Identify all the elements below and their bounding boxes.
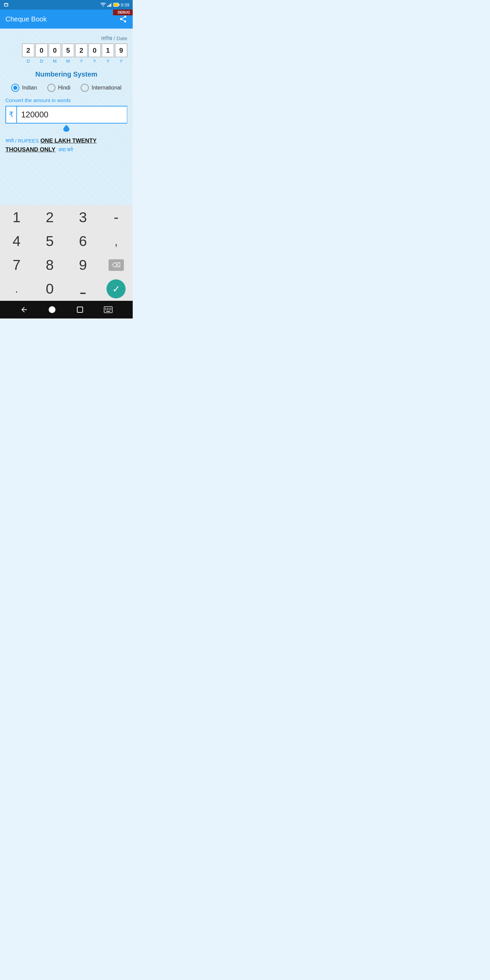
svg-point-15 bbox=[49, 306, 56, 313]
app-bar: Cheque Book DEBUG bbox=[0, 10, 133, 29]
svg-rect-24 bbox=[108, 309, 110, 310]
svg-rect-7 bbox=[118, 4, 119, 6]
radio-circle-hindi[interactable] bbox=[47, 84, 56, 92]
date-format-1: D bbox=[35, 59, 48, 64]
nav-back-button[interactable] bbox=[20, 305, 28, 314]
svg-point-10 bbox=[124, 16, 126, 18]
date-digit-5[interactable]: 0 bbox=[89, 43, 101, 57]
numbering-section: Numbering System Indian Hindi Internatio… bbox=[5, 70, 127, 92]
radio-option-indian[interactable]: Indian bbox=[11, 84, 37, 92]
time-display: 9:39 bbox=[121, 2, 129, 8]
svg-point-11 bbox=[120, 18, 122, 20]
numpad-dot[interactable]: . bbox=[0, 277, 33, 301]
svg-rect-16 bbox=[77, 307, 83, 312]
numpad-5[interactable]: 5 bbox=[33, 229, 67, 253]
date-format-2: M bbox=[49, 59, 61, 64]
numpad-4[interactable]: 4 bbox=[0, 229, 33, 253]
radio-option-international[interactable]: International bbox=[81, 84, 121, 92]
radio-option-hindi[interactable]: Hindi bbox=[47, 84, 70, 92]
radio-circle-international[interactable] bbox=[81, 84, 89, 92]
home-icon bbox=[48, 305, 56, 314]
date-digit-0[interactable]: 2 bbox=[22, 43, 34, 57]
svg-text:⚡: ⚡ bbox=[115, 3, 118, 7]
app-title: Cheque Book bbox=[5, 15, 47, 23]
numpad-3[interactable]: 3 bbox=[66, 205, 100, 229]
date-format-3: M bbox=[62, 59, 74, 64]
date-format-0: D bbox=[22, 59, 34, 64]
date-digit-6[interactable]: 1 bbox=[102, 43, 114, 57]
share-icon[interactable] bbox=[119, 15, 127, 23]
date-digit-3[interactable]: 5 bbox=[62, 43, 74, 57]
svg-rect-3 bbox=[108, 5, 110, 7]
numpad-7[interactable]: 7 bbox=[0, 253, 33, 277]
nav-home-button[interactable] bbox=[48, 305, 56, 314]
bottom-nav bbox=[0, 301, 133, 318]
svg-rect-22 bbox=[105, 309, 106, 310]
numpad-backspace[interactable]: ⌫ bbox=[100, 253, 133, 277]
date-digit-4[interactable]: 2 bbox=[75, 43, 88, 57]
drop-cursor-icon bbox=[63, 125, 69, 132]
main-content: तारीख / Date 2 0 0 5 2 0 1 9 D D M M Y Y… bbox=[0, 29, 133, 205]
amount-input-row[interactable]: ₹ bbox=[5, 106, 127, 124]
numpad-comma[interactable]: , bbox=[100, 229, 133, 253]
date-format-7: Y bbox=[115, 59, 127, 64]
signal-icon bbox=[107, 3, 112, 7]
svg-rect-25 bbox=[110, 309, 111, 310]
numpad: 1 2 3 - 4 5 6 , 7 8 9 ⌫ . 0 _ ✓ bbox=[0, 205, 133, 301]
sim-icon bbox=[3, 2, 9, 7]
svg-rect-4 bbox=[110, 4, 111, 7]
rupee-symbol: ₹ bbox=[6, 107, 17, 123]
back-icon bbox=[20, 305, 28, 314]
svg-rect-19 bbox=[107, 308, 108, 309]
date-digit-1[interactable]: 0 bbox=[35, 43, 48, 57]
svg-rect-21 bbox=[110, 308, 111, 309]
svg-rect-20 bbox=[108, 308, 110, 309]
numpad-minus[interactable]: - bbox=[100, 205, 133, 229]
numpad-underscore[interactable]: _ bbox=[66, 277, 100, 301]
svg-rect-5 bbox=[111, 3, 112, 7]
numpad-done[interactable]: ✓ bbox=[107, 279, 126, 298]
svg-rect-23 bbox=[107, 309, 108, 310]
status-bar-left bbox=[3, 2, 9, 7]
numpad-6[interactable]: 6 bbox=[66, 229, 100, 253]
numpad-done-cell[interactable]: ✓ bbox=[100, 277, 133, 301]
numpad-9[interactable]: 9 bbox=[66, 253, 100, 277]
ada-kare-label: अदा करे bbox=[58, 147, 73, 153]
svg-line-14 bbox=[122, 18, 124, 19]
amount-words: रुपये / RUPEES ONE LAKH TWENTYTHOUSAND O… bbox=[5, 137, 127, 154]
nav-recents-button[interactable] bbox=[76, 305, 84, 314]
radio-label-international: International bbox=[92, 85, 121, 91]
amount-converter: Convert the amount in words ₹ रुपये / RU… bbox=[5, 97, 127, 154]
date-label: तारीख / Date bbox=[5, 35, 127, 41]
date-format-6: Y bbox=[102, 59, 114, 64]
keyboard-icon bbox=[104, 306, 113, 313]
backspace-icon: ⌫ bbox=[108, 259, 124, 271]
date-format: D D M M Y Y Y Y bbox=[5, 59, 127, 64]
amount-input[interactable] bbox=[17, 107, 127, 123]
numpad-2[interactable]: 2 bbox=[33, 205, 67, 229]
svg-rect-1 bbox=[5, 4, 8, 6]
numpad-8[interactable]: 8 bbox=[33, 253, 67, 277]
status-bar: ⚡ 9:39 bbox=[0, 0, 133, 10]
numpad-0[interactable]: 0 bbox=[33, 277, 67, 301]
svg-rect-26 bbox=[106, 311, 110, 312]
nav-keyboard-button[interactable] bbox=[104, 306, 113, 313]
numbering-title: Numbering System bbox=[5, 70, 127, 78]
date-section: तारीख / Date 2 0 0 5 2 0 1 9 D D M M Y Y… bbox=[5, 35, 127, 64]
svg-line-13 bbox=[122, 20, 124, 21]
date-digit-7[interactable]: 9 bbox=[115, 43, 127, 57]
date-digit-2[interactable]: 0 bbox=[49, 43, 61, 57]
battery-icon: ⚡ bbox=[113, 3, 119, 7]
svg-point-12 bbox=[124, 21, 126, 22]
svg-rect-2 bbox=[107, 6, 108, 7]
radio-circle-indian[interactable] bbox=[11, 84, 19, 92]
radio-label-hindi: Hindi bbox=[58, 85, 70, 91]
date-boxes: 2 0 0 5 2 0 1 9 bbox=[5, 43, 127, 57]
convert-label: Convert the amount in words bbox=[5, 97, 127, 103]
wifi-icon bbox=[100, 3, 106, 7]
numpad-1[interactable]: 1 bbox=[0, 205, 33, 229]
radio-group: Indian Hindi International bbox=[5, 84, 127, 92]
radio-label-indian: Indian bbox=[22, 85, 37, 91]
recents-icon bbox=[76, 305, 84, 314]
debug-ribbon: DEBUG bbox=[113, 10, 133, 15]
